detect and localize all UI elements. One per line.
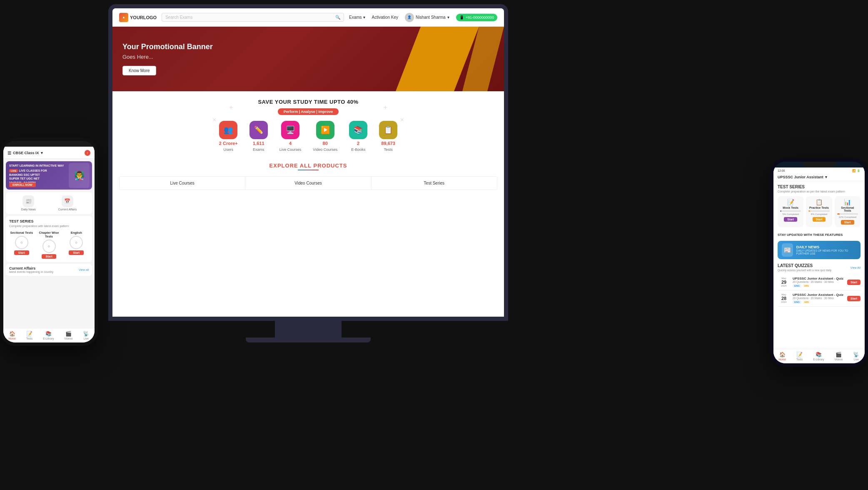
left-phone-bottom-nav: 🏠 Home 📝 Tests 📚 E-Library 🎬 Videos 📡 Li… (3, 328, 95, 342)
practice-tests-start-btn[interactable]: Start (813, 217, 826, 222)
pr-nav-tests-label: Tests (796, 358, 803, 361)
ebooks-count: 2 (357, 141, 359, 146)
test-cards-container: Sectional Tests ○ Start Chapter Wise Tes… (9, 231, 89, 259)
notification-badge[interactable]: ! (85, 150, 90, 156)
quizzes-subtitle: Quickly assess yourself with a new quiz … (778, 269, 831, 272)
quiz-2-start-btn[interactable]: Start (847, 296, 861, 301)
mock-tests-progress-fill (780, 210, 781, 212)
tests-label: Tests (384, 148, 393, 152)
search-bar[interactable]: Search Exams 🔍 (162, 13, 344, 22)
left-phone-banner: START LEARNING IN INTRACTIVE WAY LIVE LI… (6, 161, 92, 190)
chevron-down-icon: ▾ (363, 15, 365, 20)
tab-test-series[interactable]: Test Series (372, 177, 497, 190)
right-phone-screen: 12:00 📶 🔋 UPSSSC Junior Assistant ▾ TEST… (773, 168, 865, 367)
daily-news-card[interactable]: 📰 DAILY NEWS DAILY UPDATES OF NEWS FOR Y… (778, 241, 861, 259)
monitor-frame: ▲ YOURLOGO Search Exams 🔍 Exams ▾ Activa… (108, 4, 508, 321)
exams-menu[interactable]: Exams ▾ (349, 15, 365, 20)
view-all-link[interactable]: View all (79, 268, 89, 271)
user-menu[interactable]: 👤 Nishant Sharma ▾ (405, 13, 449, 22)
sectional-start-button[interactable]: Start (14, 250, 29, 255)
test-series-title: TEST SERIES (9, 219, 89, 223)
stats-section: + + × × SAVE YOUR STUDY TIME UPTO 40% Pe… (112, 91, 504, 156)
pr-nav-elibrary[interactable]: 📚 E-Library (813, 352, 824, 361)
daily-news-subtitle: DAILY UPDATES OF NEWS FOR YOU TO FURTHER… (796, 249, 856, 255)
quiz-1-meta: 20 Questions · 20 Marks · 30 Mins (793, 280, 845, 283)
exam-selector[interactable]: UPSSSC Junior Assistant ▾ (773, 173, 865, 181)
quizzes-view-all[interactable]: View All (851, 266, 861, 269)
pr-nav-videos[interactable]: 🎬 Videos (835, 352, 843, 361)
mock-tests-icon: 📝 (780, 199, 801, 205)
nav-tests[interactable]: 📝 Tests (26, 331, 32, 340)
nav-videos-label: Videos (65, 337, 73, 340)
avatar: 👤 (405, 13, 414, 22)
pr-videos-icon: 🎬 (836, 352, 842, 358)
exams-label: Exams (349, 15, 362, 20)
right-phone-status-bar: 12:00 📶 🔋 (773, 168, 865, 173)
quiz-2-meta: 20 Questions · 20 Marks · 30 Mins (793, 297, 845, 300)
status-time: 12:00 (778, 169, 785, 172)
chapter-wise-start-button[interactable]: Start (42, 254, 57, 259)
english-start-button[interactable]: Start (69, 250, 84, 255)
practice-tests-icon: 📋 (808, 199, 829, 205)
stat-live-courses: 🖥️ 4 Live Courses (279, 121, 302, 152)
quizzes-section: LATEST QUIZZES Quickly assess yourself w… (773, 261, 865, 309)
elibrary-icon: 📚 (45, 331, 52, 337)
monitor-base (246, 338, 371, 342)
current-affairs-label: Current Affairs (58, 208, 77, 211)
exams-count: 1,611 (253, 141, 264, 146)
pr-test-series-subtitle: Complete preparation as per the latest e… (778, 190, 861, 193)
search-placeholder: Search Exams (165, 15, 192, 20)
quiz-2-badges: ENG HIN (793, 300, 845, 304)
quick-access-icons: 📰 Daily News 📅 Current Affairs (6, 192, 92, 214)
tab-live-courses[interactable]: Live Courses (120, 177, 245, 190)
enroll-button[interactable]: ENROLL NOW (9, 182, 36, 187)
sectional-tests-start-btn[interactable]: Start (841, 220, 854, 225)
quizzes-header-text: LATEST QUIZZES Quickly assess yourself w… (778, 263, 831, 272)
mock-tests-card: 📝 Mock Tests 5% Completed Start (778, 196, 803, 227)
english-label: English (71, 231, 82, 235)
phone-number[interactable]: 📱 +91-0000000000 (456, 14, 497, 21)
pr-nav-home[interactable]: 🏠 Home (779, 352, 786, 361)
tests-icon: 📝 (26, 331, 32, 337)
daily-news-text-wrapper: DAILY NEWS DAILY UPDATES OF NEWS FOR YOU… (796, 245, 856, 255)
tab-video-courses[interactable]: Video Courses (245, 177, 371, 190)
quiz-1-start-btn[interactable]: Start (847, 280, 861, 285)
daily-news-card-icon: 📰 (782, 243, 793, 257)
features-section: STAY UPDATED WITH THESE FEATURES (773, 230, 865, 239)
nav-elibrary[interactable]: 📚 E-Library (43, 331, 54, 340)
current-affairs-icon: 📅 (62, 195, 73, 207)
live-courses-label: Live Courses (279, 148, 302, 152)
pr-elibrary-icon: 📚 (816, 352, 822, 358)
pr-nav-tests[interactable]: 📝 Tests (796, 352, 803, 361)
daily-news-title: DAILY NEWS (796, 245, 856, 249)
left-phone: ☰ CBSE Class IX ▾ ! START LEARNING IN IN… (0, 138, 98, 346)
pr-test-series-title: TEST SERIES (778, 185, 861, 189)
deco-cross-2: + (384, 104, 387, 111)
live-courses-icon: 🖥️ (281, 121, 299, 139)
mock-tests-start-btn[interactable]: Start (784, 217, 797, 222)
nav-live[interactable]: 📡 Live (83, 331, 89, 340)
nav-videos[interactable]: 🎬 Videos (65, 331, 73, 340)
daily-news-icon-item[interactable]: 📰 Daily News (21, 195, 36, 211)
stats-grid: 👥 2 Crore+ Users ✏️ 1,611 Exams 🖥️ 4 (119, 121, 497, 152)
current-affairs-icon-item[interactable]: 📅 Current Affairs (58, 195, 77, 211)
deco-cross-3: × (212, 116, 216, 124)
nav-home[interactable]: 🏠 Home (9, 331, 16, 340)
explore-underline (298, 170, 319, 170)
practice-tests-completed: 8% Completed (808, 213, 829, 215)
sectional-tests-icon: 📊 (837, 199, 858, 205)
sectional-tests-title: Sectional Tests (837, 206, 858, 212)
perform-badge: Perform | Analyse | Improve (278, 108, 339, 115)
quiz-2-badge-hin: HIN (803, 300, 810, 304)
quiz-1-date: May 29 2024 (778, 277, 790, 287)
activation-key[interactable]: Activation Key (372, 15, 398, 20)
quiz-item-1: May 29 2024 UPSSSC Junior Assistant - Qu… (778, 274, 861, 290)
pr-tests-icon: 📝 (796, 352, 803, 358)
users-label: Users (224, 148, 234, 152)
pr-nav-live[interactable]: 📡 Live (853, 352, 859, 361)
know-more-button[interactable]: Know More (122, 66, 156, 75)
explore-title: EXPLORE ALL PRODUCTS (119, 162, 497, 169)
quiz-1-badges: ENG HIN (793, 284, 845, 288)
menu-icon[interactable]: ☰ (7, 151, 11, 155)
banner-subheadline: Goes Here... (122, 54, 213, 60)
